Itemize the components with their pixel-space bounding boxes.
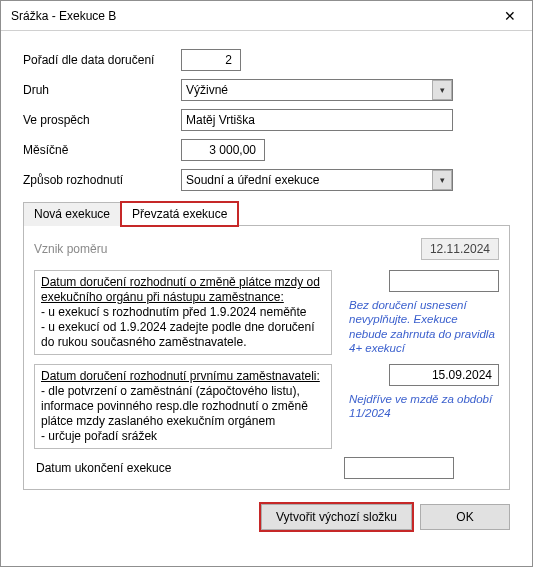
window-title: Srážka - Exekuce B [11,9,116,23]
box2-desc: Datum doručení rozhodnutí prvnímu zaměst… [34,364,332,449]
box2-note: Nejdříve ve mzdě za období 11/2024 [349,392,499,421]
ukonceni-input[interactable] [344,457,454,479]
box2-line2: - určuje pořadí srážek [41,429,157,443]
close-button[interactable]: ✕ [487,1,532,30]
tabs: Nová exekuce Převzatá exekuce Vznik pomě… [23,201,510,490]
druh-label: Druh [23,83,181,97]
druh-select[interactable]: ▾ [181,79,453,101]
prospech-input[interactable] [181,109,453,131]
content: Pořadí dle data doručení Druh ▾ Ve prosp… [1,31,532,490]
vznik-date: 12.11.2024 [421,238,499,260]
zpusob-select[interactable]: ▾ [181,169,453,191]
vznik-label: Vznik poměru [34,242,107,256]
mesicne-label: Měsíčně [23,143,181,157]
tab-nova-exekuce[interactable]: Nová exekuce [23,202,121,226]
box2-date-input[interactable] [389,364,499,386]
prospech-label: Ve prospěch [23,113,181,127]
tab-page-prevzata: Vznik poměru 12.11.2024 Datum doručení r… [23,225,510,490]
poradi-label: Pořadí dle data doručení [23,53,181,67]
box2-line1: - dle potvrzení o zaměstnání (zápočtovéh… [41,384,308,428]
chevron-down-icon[interactable]: ▾ [432,170,452,190]
titlebar: Srážka - Exekuce B ✕ [1,1,532,31]
box1-line1: - u exekucí s rozhodnutím před 1.9.2024 … [41,305,307,319]
poradi-input[interactable] [181,49,241,71]
zpusob-value[interactable] [181,169,453,191]
box1-desc: Datum doručení rozhodnutí o změně plátce… [34,270,332,355]
box1-date-input[interactable] [389,270,499,292]
tab-prevzata-exekuce[interactable]: Převzatá exekuce [121,202,238,226]
ok-button[interactable]: OK [420,504,510,530]
box2-title: Datum doručení rozhodnutí prvnímu zaměst… [41,369,320,383]
ukonceni-label: Datum ukončení exekuce [34,461,332,475]
zpusob-label: Způsob rozhodnutí [23,173,181,187]
footer: Vytvořit výchozí složku OK [1,490,532,544]
close-icon: ✕ [504,8,516,24]
box1-line2: - u exekucí od 1.9.2024 zadejte podle dn… [41,320,315,349]
vytvorit-button[interactable]: Vytvořit výchozí složku [261,504,412,530]
box1-title: Datum doručení rozhodnutí o změně plátce… [41,275,320,304]
box1-note: Bez doručení usnesení nevyplňujte. Exeku… [349,298,499,356]
druh-value[interactable] [181,79,453,101]
chevron-down-icon[interactable]: ▾ [432,80,452,100]
mesicne-input[interactable] [181,139,265,161]
